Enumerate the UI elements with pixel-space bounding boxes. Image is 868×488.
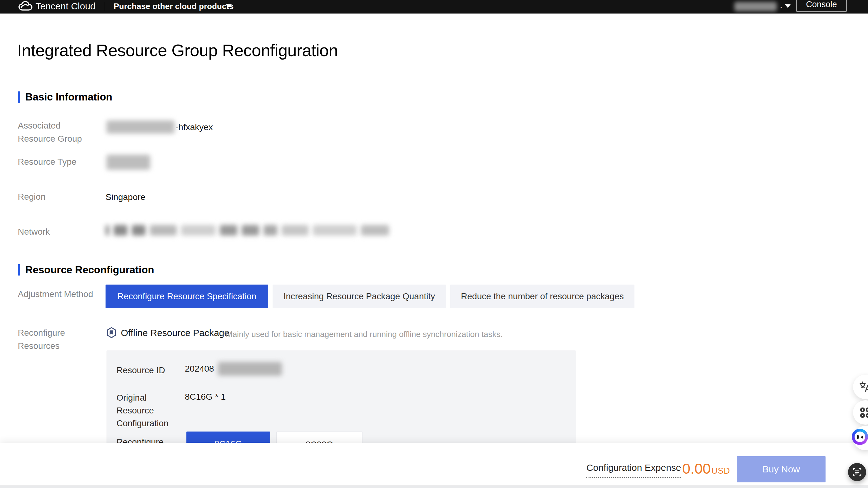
resource-id-value: 202408 (185, 364, 214, 374)
buy-now-button[interactable]: Buy Now (737, 456, 826, 482)
feedback-icon (852, 467, 862, 478)
basic-information-heading: Basic Information (25, 91, 113, 103)
associated-resource-group-value-suffix: -hfxakyex (176, 121, 213, 134)
basic-information-section-header: Basic Information (18, 91, 113, 103)
expense-amount: 0.00 USD (682, 460, 730, 477)
account-name-redacted[interactable] (734, 2, 777, 11)
offline-resource-package-description: Mainly used for basic management and run… (226, 329, 503, 339)
apps-icon (860, 408, 868, 418)
page-title: Integrated Resource Group Reconfiguratio… (17, 40, 338, 60)
section-accent-bar (18, 264, 20, 275)
method-label: Reduce the number of resource packages (461, 291, 623, 301)
account-chevron-down-icon (785, 4, 790, 8)
expense-currency: USD (711, 466, 730, 476)
ai-assistant-icon[interactable] (852, 429, 868, 445)
resource-type-label: Resource Type (18, 155, 76, 168)
expense-amount-value: 0.00 (682, 460, 711, 477)
original-resource-configuration-label: Original Resource Configuration (117, 391, 174, 430)
integrated-resource-group-reconfiguration-page: Tencent Cloud Purchase other cloud produ… (0, 0, 868, 488)
resource-id-label: Resource ID (117, 364, 165, 377)
method-label: Reconfigure Resource Specification (117, 291, 256, 301)
method-reduce-number-of-resource-packages[interactable]: Reduce the number of resource packages (450, 285, 634, 308)
network-label: Network (18, 225, 50, 238)
window-bottom-strip (0, 486, 868, 488)
reconfigure-resources-label: Reconfigure Resources (18, 326, 80, 353)
tencent-cloud-logo-icon[interactable] (18, 1, 33, 14)
account-separator: . (780, 0, 782, 10)
method-increasing-resource-package-quantity[interactable]: Increasing Resource Package Quantity (273, 285, 446, 308)
hexagon-package-icon (106, 327, 117, 339)
resource-reconfiguration-heading: Resource Reconfiguration (25, 264, 154, 276)
resource-id-redacted-value (218, 362, 282, 376)
chevron-down-icon (226, 4, 232, 8)
top-navigation-bar: Tencent Cloud Purchase other cloud produ… (0, 0, 868, 14)
method-reconfigure-resource-specification[interactable]: Reconfigure Resource Specification (105, 285, 268, 308)
adjustment-method-label: Adjustment Method (18, 288, 93, 301)
associated-resource-group-redacted-value (106, 121, 175, 134)
resource-type-redacted-value (106, 155, 150, 170)
offline-resource-package-title: Offline Resource Package (121, 328, 229, 338)
feedback-button[interactable] (848, 463, 866, 481)
configuration-expense-label[interactable]: Configuration Expense (586, 462, 681, 478)
translate-button[interactable] (853, 375, 868, 399)
section-accent-bar (18, 91, 20, 103)
apps-button[interactable] (853, 400, 868, 425)
console-button-label: Console (806, 0, 837, 9)
buy-now-label: Buy Now (763, 464, 800, 475)
purchase-products-menu[interactable]: Purchase other cloud products (114, 1, 234, 11)
brand-name[interactable]: Tencent Cloud (36, 1, 96, 11)
console-button[interactable]: Console (796, 0, 847, 12)
region-value: Singapore (105, 191, 146, 203)
method-label: Increasing Resource Package Quantity (283, 291, 435, 301)
translate-icon (859, 381, 868, 393)
original-resource-configuration-value: 8C16G * 1 (185, 392, 226, 402)
associated-resource-group-label: Associated Resource Group (18, 119, 94, 145)
topbar-divider (104, 2, 104, 11)
network-redacted-value (105, 223, 389, 237)
resource-reconfiguration-section-header: Resource Reconfiguration (18, 264, 154, 276)
region-label: Region (18, 190, 45, 203)
